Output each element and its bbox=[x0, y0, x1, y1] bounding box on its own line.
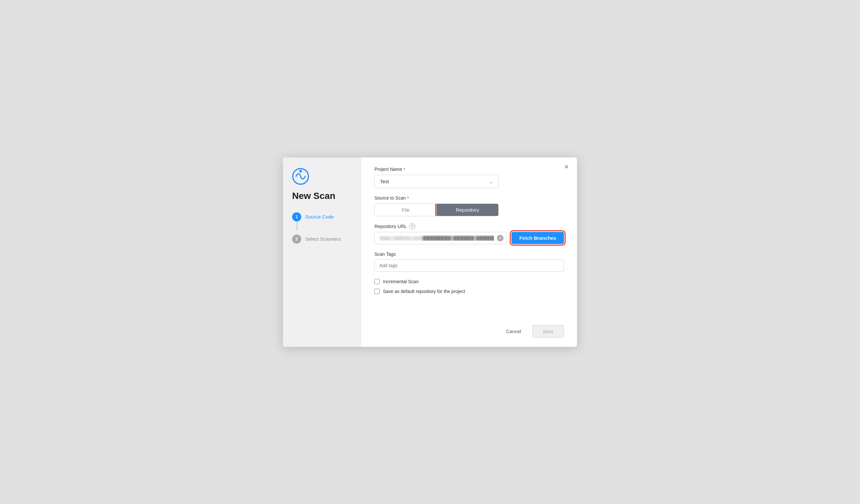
step-2-label: Select Scanners bbox=[305, 236, 341, 242]
project-name-label: Project Name * bbox=[374, 167, 564, 172]
help-icon: ? bbox=[410, 224, 415, 229]
scan-tags-section: Scan Tags bbox=[374, 251, 564, 272]
modal-main: × Project Name * Test ⌄ Source to Scan *… bbox=[361, 157, 577, 347]
url-clear-button[interactable]: ✕ bbox=[497, 235, 503, 241]
project-name-required: * bbox=[403, 167, 405, 172]
app-title: New Scan bbox=[292, 191, 354, 201]
steps-list: 1 Source Code 2 Select Scanners bbox=[292, 210, 354, 246]
svg-point-1 bbox=[299, 170, 302, 172]
close-button[interactable]: × bbox=[562, 162, 571, 172]
incremental-scan-checkbox[interactable] bbox=[374, 279, 380, 284]
project-name-section: Project Name * Test ⌄ bbox=[374, 167, 564, 188]
repository-url-label: Repository URL ? bbox=[374, 224, 564, 229]
repo-url-row: ✕ Fetch Branches bbox=[374, 232, 564, 244]
project-name-value: Test bbox=[380, 179, 389, 184]
chevron-down-icon: ⌄ bbox=[489, 178, 493, 185]
step-1-circle: 1 bbox=[292, 212, 301, 221]
project-name-dropdown[interactable]: Test ⌄ bbox=[374, 175, 499, 188]
file-toggle-button[interactable]: File bbox=[375, 204, 436, 216]
repository-url-input[interactable] bbox=[374, 232, 507, 244]
fetch-branches-button[interactable]: Fetch Branches bbox=[511, 232, 564, 244]
scan-tags-label: Scan Tags bbox=[374, 251, 564, 257]
source-to-scan-section: Source to Scan * File Repository bbox=[374, 195, 564, 216]
next-button[interactable]: Next bbox=[532, 325, 564, 338]
source-to-scan-label: Source to Scan * bbox=[374, 195, 564, 201]
step-2-circle: 2 bbox=[292, 234, 301, 244]
step-1: 1 Source Code bbox=[292, 210, 354, 224]
sidebar: New Scan 1 Source Code 2 Select Scanners bbox=[283, 157, 361, 347]
repo-url-input-wrap: ✕ bbox=[374, 232, 507, 244]
step-2: 2 Select Scanners bbox=[292, 233, 354, 246]
cancel-button[interactable]: Cancel bbox=[500, 325, 527, 337]
save-default-row: Save as default repository for the proje… bbox=[374, 289, 564, 294]
step-connector bbox=[297, 221, 297, 231]
save-default-label: Save as default repository for the proje… bbox=[383, 289, 465, 294]
repository-url-section: Repository URL ? ✕ Fetch Branches bbox=[374, 224, 564, 244]
save-default-checkbox[interactable] bbox=[374, 289, 380, 294]
incremental-scan-label: Incremental Scan bbox=[383, 279, 418, 284]
modal: New Scan 1 Source Code 2 Select Scanners… bbox=[283, 157, 577, 347]
source-required: * bbox=[407, 195, 409, 201]
scan-tags-input[interactable] bbox=[374, 259, 564, 272]
step-1-label: Source Code bbox=[305, 214, 334, 219]
app-logo bbox=[292, 168, 309, 185]
incremental-scan-row: Incremental Scan bbox=[374, 279, 564, 284]
modal-footer: Cancel Next bbox=[374, 318, 564, 338]
repository-toggle-button[interactable]: Repository bbox=[436, 204, 498, 216]
source-toggle: File Repository bbox=[374, 203, 499, 216]
